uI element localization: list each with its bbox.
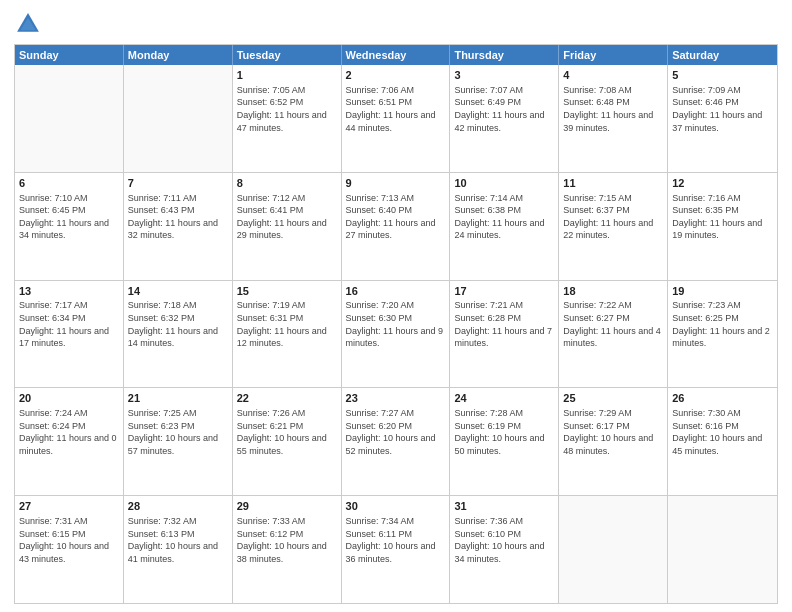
calendar-row: 20Sunrise: 7:24 AMSunset: 6:24 PMDayligh… [15, 387, 777, 495]
day-number: 6 [19, 176, 119, 191]
day-number: 5 [672, 68, 773, 83]
page: SundayMondayTuesdayWednesdayThursdayFrid… [0, 0, 792, 612]
cell-details: Sunrise: 7:05 AMSunset: 6:52 PMDaylight:… [237, 84, 337, 134]
calendar-body: 1Sunrise: 7:05 AMSunset: 6:52 PMDaylight… [15, 65, 777, 603]
day-of-week-header: Monday [124, 45, 233, 65]
day-number: 7 [128, 176, 228, 191]
day-number: 13 [19, 284, 119, 299]
day-number: 19 [672, 284, 773, 299]
calendar-cell: 26Sunrise: 7:30 AMSunset: 6:16 PMDayligh… [668, 388, 777, 495]
day-number: 28 [128, 499, 228, 514]
cell-details: Sunrise: 7:14 AMSunset: 6:38 PMDaylight:… [454, 192, 554, 242]
day-number: 4 [563, 68, 663, 83]
day-number: 22 [237, 391, 337, 406]
calendar-row: 6Sunrise: 7:10 AMSunset: 6:45 PMDaylight… [15, 172, 777, 280]
day-number: 18 [563, 284, 663, 299]
cell-details: Sunrise: 7:28 AMSunset: 6:19 PMDaylight:… [454, 407, 554, 457]
calendar-cell: 8Sunrise: 7:12 AMSunset: 6:41 PMDaylight… [233, 173, 342, 280]
calendar-cell: 4Sunrise: 7:08 AMSunset: 6:48 PMDaylight… [559, 65, 668, 172]
cell-details: Sunrise: 7:12 AMSunset: 6:41 PMDaylight:… [237, 192, 337, 242]
calendar-row: 1Sunrise: 7:05 AMSunset: 6:52 PMDaylight… [15, 65, 777, 172]
calendar-cell: 30Sunrise: 7:34 AMSunset: 6:11 PMDayligh… [342, 496, 451, 603]
calendar-cell [559, 496, 668, 603]
day-number: 1 [237, 68, 337, 83]
calendar-header: SundayMondayTuesdayWednesdayThursdayFrid… [15, 45, 777, 65]
day-number: 3 [454, 68, 554, 83]
day-number: 23 [346, 391, 446, 406]
cell-details: Sunrise: 7:20 AMSunset: 6:30 PMDaylight:… [346, 299, 446, 349]
cell-details: Sunrise: 7:07 AMSunset: 6:49 PMDaylight:… [454, 84, 554, 134]
calendar-cell: 14Sunrise: 7:18 AMSunset: 6:32 PMDayligh… [124, 281, 233, 388]
day-number: 31 [454, 499, 554, 514]
calendar-cell [15, 65, 124, 172]
cell-details: Sunrise: 7:23 AMSunset: 6:25 PMDaylight:… [672, 299, 773, 349]
day-of-week-header: Wednesday [342, 45, 451, 65]
cell-details: Sunrise: 7:24 AMSunset: 6:24 PMDaylight:… [19, 407, 119, 457]
calendar-cell: 21Sunrise: 7:25 AMSunset: 6:23 PMDayligh… [124, 388, 233, 495]
day-of-week-header: Tuesday [233, 45, 342, 65]
calendar-cell: 5Sunrise: 7:09 AMSunset: 6:46 PMDaylight… [668, 65, 777, 172]
cell-details: Sunrise: 7:15 AMSunset: 6:37 PMDaylight:… [563, 192, 663, 242]
day-number: 8 [237, 176, 337, 191]
day-number: 24 [454, 391, 554, 406]
day-number: 29 [237, 499, 337, 514]
calendar-row: 27Sunrise: 7:31 AMSunset: 6:15 PMDayligh… [15, 495, 777, 603]
day-number: 25 [563, 391, 663, 406]
cell-details: Sunrise: 7:10 AMSunset: 6:45 PMDaylight:… [19, 192, 119, 242]
day-of-week-header: Sunday [15, 45, 124, 65]
day-number: 16 [346, 284, 446, 299]
calendar-cell: 18Sunrise: 7:22 AMSunset: 6:27 PMDayligh… [559, 281, 668, 388]
calendar-cell: 24Sunrise: 7:28 AMSunset: 6:19 PMDayligh… [450, 388, 559, 495]
day-number: 10 [454, 176, 554, 191]
cell-details: Sunrise: 7:36 AMSunset: 6:10 PMDaylight:… [454, 515, 554, 565]
calendar-cell: 13Sunrise: 7:17 AMSunset: 6:34 PMDayligh… [15, 281, 124, 388]
calendar-cell: 12Sunrise: 7:16 AMSunset: 6:35 PMDayligh… [668, 173, 777, 280]
calendar-cell: 23Sunrise: 7:27 AMSunset: 6:20 PMDayligh… [342, 388, 451, 495]
day-number: 9 [346, 176, 446, 191]
calendar-cell: 9Sunrise: 7:13 AMSunset: 6:40 PMDaylight… [342, 173, 451, 280]
cell-details: Sunrise: 7:06 AMSunset: 6:51 PMDaylight:… [346, 84, 446, 134]
logo-icon [14, 10, 42, 38]
calendar-cell: 6Sunrise: 7:10 AMSunset: 6:45 PMDaylight… [15, 173, 124, 280]
day-number: 21 [128, 391, 228, 406]
day-number: 30 [346, 499, 446, 514]
calendar-cell: 16Sunrise: 7:20 AMSunset: 6:30 PMDayligh… [342, 281, 451, 388]
calendar-cell: 27Sunrise: 7:31 AMSunset: 6:15 PMDayligh… [15, 496, 124, 603]
cell-details: Sunrise: 7:31 AMSunset: 6:15 PMDaylight:… [19, 515, 119, 565]
cell-details: Sunrise: 7:32 AMSunset: 6:13 PMDaylight:… [128, 515, 228, 565]
cell-details: Sunrise: 7:16 AMSunset: 6:35 PMDaylight:… [672, 192, 773, 242]
calendar-cell: 15Sunrise: 7:19 AMSunset: 6:31 PMDayligh… [233, 281, 342, 388]
cell-details: Sunrise: 7:09 AMSunset: 6:46 PMDaylight:… [672, 84, 773, 134]
day-number: 11 [563, 176, 663, 191]
cell-details: Sunrise: 7:27 AMSunset: 6:20 PMDaylight:… [346, 407, 446, 457]
cell-details: Sunrise: 7:11 AMSunset: 6:43 PMDaylight:… [128, 192, 228, 242]
cell-details: Sunrise: 7:13 AMSunset: 6:40 PMDaylight:… [346, 192, 446, 242]
calendar-cell: 1Sunrise: 7:05 AMSunset: 6:52 PMDaylight… [233, 65, 342, 172]
calendar-cell: 20Sunrise: 7:24 AMSunset: 6:24 PMDayligh… [15, 388, 124, 495]
calendar-cell: 11Sunrise: 7:15 AMSunset: 6:37 PMDayligh… [559, 173, 668, 280]
calendar-row: 13Sunrise: 7:17 AMSunset: 6:34 PMDayligh… [15, 280, 777, 388]
header [14, 10, 778, 38]
day-number: 15 [237, 284, 337, 299]
cell-details: Sunrise: 7:19 AMSunset: 6:31 PMDaylight:… [237, 299, 337, 349]
cell-details: Sunrise: 7:34 AMSunset: 6:11 PMDaylight:… [346, 515, 446, 565]
cell-details: Sunrise: 7:22 AMSunset: 6:27 PMDaylight:… [563, 299, 663, 349]
calendar-cell: 3Sunrise: 7:07 AMSunset: 6:49 PMDaylight… [450, 65, 559, 172]
calendar-cell: 19Sunrise: 7:23 AMSunset: 6:25 PMDayligh… [668, 281, 777, 388]
calendar-cell: 2Sunrise: 7:06 AMSunset: 6:51 PMDaylight… [342, 65, 451, 172]
day-number: 27 [19, 499, 119, 514]
calendar-cell: 31Sunrise: 7:36 AMSunset: 6:10 PMDayligh… [450, 496, 559, 603]
day-number: 14 [128, 284, 228, 299]
day-number: 17 [454, 284, 554, 299]
day-number: 2 [346, 68, 446, 83]
calendar-cell: 7Sunrise: 7:11 AMSunset: 6:43 PMDaylight… [124, 173, 233, 280]
day-of-week-header: Thursday [450, 45, 559, 65]
cell-details: Sunrise: 7:18 AMSunset: 6:32 PMDaylight:… [128, 299, 228, 349]
day-number: 12 [672, 176, 773, 191]
cell-details: Sunrise: 7:30 AMSunset: 6:16 PMDaylight:… [672, 407, 773, 457]
day-number: 26 [672, 391, 773, 406]
cell-details: Sunrise: 7:08 AMSunset: 6:48 PMDaylight:… [563, 84, 663, 134]
cell-details: Sunrise: 7:29 AMSunset: 6:17 PMDaylight:… [563, 407, 663, 457]
cell-details: Sunrise: 7:33 AMSunset: 6:12 PMDaylight:… [237, 515, 337, 565]
calendar: SundayMondayTuesdayWednesdayThursdayFrid… [14, 44, 778, 604]
